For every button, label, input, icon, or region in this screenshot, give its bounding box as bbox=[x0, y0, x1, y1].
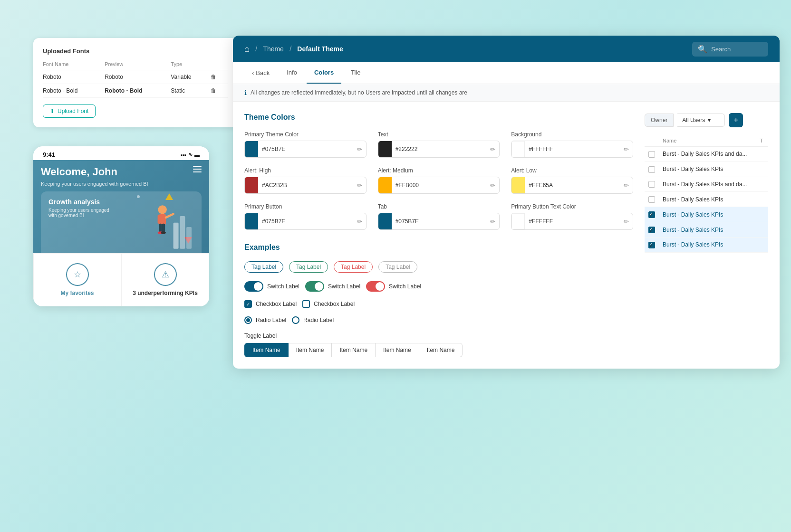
toggle-tab-2[interactable]: Item Name bbox=[289, 343, 332, 357]
edit-alert-high-icon[interactable]: ✏ bbox=[353, 182, 366, 189]
switch-toggle-red[interactable] bbox=[366, 281, 385, 292]
items-list-table: Name T Burst - Daily Sales KPIs and da..… bbox=[645, 135, 768, 253]
color-input-tab[interactable]: ✏ bbox=[378, 213, 500, 230]
colors-content: Theme Colors Primary Theme Color ✏ Text bbox=[233, 102, 780, 369]
hamburger-menu[interactable] bbox=[193, 166, 202, 172]
tag-label-blue[interactable]: Tag Label bbox=[244, 261, 283, 273]
svg-rect-0 bbox=[174, 223, 179, 249]
input-alert-high-color[interactable] bbox=[258, 182, 353, 189]
row-checkbox-5[interactable]: ✓ bbox=[648, 211, 655, 218]
switch-label-1: Switch Label bbox=[267, 283, 299, 290]
radio-selected[interactable] bbox=[244, 316, 252, 324]
home-button[interactable]: ⌂ bbox=[244, 44, 250, 54]
owner-controls: Owner All Users ▾ + bbox=[645, 113, 768, 127]
switch-1: Switch Label bbox=[244, 281, 299, 292]
input-alert-medium-color[interactable] bbox=[392, 182, 487, 189]
tag-label-red[interactable]: Tag Label bbox=[334, 261, 373, 273]
delete-font-roboto[interactable]: 🗑 bbox=[211, 70, 228, 84]
radio-label-1: Radio Label bbox=[256, 317, 286, 323]
tab-tile[interactable]: Tile bbox=[343, 62, 368, 84]
tag-label-gray[interactable]: Tag Label bbox=[378, 261, 417, 273]
favorites-card[interactable]: ☆ My favorites bbox=[33, 253, 121, 306]
toggle-tab-3[interactable]: Item Name bbox=[332, 343, 376, 357]
toggle-tab-1[interactable]: Item Name bbox=[244, 343, 289, 357]
font-row-roboto: Roboto Roboto Variable 🗑 bbox=[43, 70, 228, 84]
color-field-background: Background ✏ bbox=[511, 131, 633, 158]
fonts-card: Uploaded Fonts Font Name Preview Type Ro… bbox=[33, 38, 238, 127]
breadcrumb-current: Default Theme bbox=[297, 45, 343, 53]
swatch-primary bbox=[245, 141, 258, 157]
row-checkbox-3[interactable] bbox=[648, 181, 655, 188]
input-primary-button-text-color[interactable] bbox=[525, 218, 620, 225]
checkbox-unchecked[interactable] bbox=[302, 300, 310, 308]
add-button[interactable]: + bbox=[729, 113, 743, 127]
search-input[interactable] bbox=[711, 46, 759, 53]
color-input-alert-medium[interactable]: ✏ bbox=[378, 177, 500, 194]
color-input-primary-button[interactable]: ✏ bbox=[244, 213, 367, 230]
color-input-primary[interactable]: ✏ bbox=[244, 141, 367, 158]
tab-colors[interactable]: Colors bbox=[307, 62, 341, 84]
svg-rect-6 bbox=[159, 224, 162, 232]
back-button[interactable]: ‹ Back bbox=[244, 63, 277, 83]
checkbox-2-container: Checkbox Label bbox=[302, 300, 355, 308]
color-input-alert-low[interactable]: ✏ bbox=[511, 177, 633, 194]
row-checkbox-4[interactable] bbox=[648, 196, 655, 203]
checkbox-label-2: Checkbox Label bbox=[314, 301, 355, 307]
color-field-primary-button: Primary Button ✏ bbox=[244, 203, 367, 230]
font-name-header: Font Name bbox=[43, 61, 105, 70]
edit-text-icon[interactable]: ✏ bbox=[486, 146, 499, 153]
toggle-tab-5[interactable]: Item Name bbox=[419, 343, 463, 357]
examples-title: Examples bbox=[244, 243, 633, 252]
toggle-tab-4[interactable]: Item Name bbox=[376, 343, 419, 357]
switch-toggle-green[interactable] bbox=[305, 281, 324, 292]
checkbox-checked[interactable] bbox=[244, 300, 252, 308]
edit-primary-icon[interactable]: ✏ bbox=[353, 146, 366, 153]
status-icons: ▪▪▪ ∿ ▬ bbox=[181, 152, 200, 158]
switch-label-3: Switch Label bbox=[389, 283, 421, 290]
color-input-primary-button-text[interactable]: ✏ bbox=[511, 213, 633, 230]
edit-alert-low-icon[interactable]: ✏ bbox=[620, 182, 633, 189]
user-select[interactable]: All Users ▾ bbox=[677, 114, 725, 127]
battery-icon: ▬ bbox=[194, 152, 200, 158]
switch-toggle-blue[interactable] bbox=[244, 281, 263, 292]
color-input-alert-high[interactable]: ✏ bbox=[244, 177, 367, 194]
input-tab-color[interactable] bbox=[392, 218, 487, 225]
theme-colors-title: Theme Colors bbox=[244, 113, 633, 122]
upload-font-button[interactable]: ⬆ Upload Font bbox=[43, 104, 96, 118]
row-checkbox-1[interactable] bbox=[648, 151, 655, 158]
input-alert-low-color[interactable] bbox=[525, 182, 620, 189]
color-field-alert-low: Alert: Low ✏ bbox=[511, 167, 633, 194]
input-background-color[interactable] bbox=[525, 146, 620, 152]
tag-label-green[interactable]: Tag Label bbox=[289, 261, 328, 273]
info-text: All changes are reflected immediately, b… bbox=[251, 89, 467, 96]
tab-info[interactable]: Info bbox=[279, 62, 305, 84]
search-box[interactable]: 🔍 bbox=[692, 42, 768, 57]
edit-alert-medium-icon[interactable]: ✏ bbox=[486, 182, 499, 189]
font-row-roboto-bold: Roboto - Bold Roboto - Bold Static 🗑 bbox=[43, 84, 228, 98]
edit-primary-button-icon[interactable]: ✏ bbox=[353, 218, 366, 225]
left-panel: Uploaded Fonts Font Name Preview Type Ro… bbox=[33, 38, 238, 306]
breadcrumb-separator-1: / bbox=[255, 45, 257, 53]
color-grid: Primary Theme Color ✏ Text ✏ bbox=[244, 131, 633, 230]
kpis-card[interactable]: ⚠ 3 underperforming KPIs bbox=[121, 253, 209, 306]
breadcrumb-theme[interactable]: Theme bbox=[263, 45, 284, 53]
input-primary-button-color[interactable] bbox=[258, 218, 353, 225]
input-primary-color[interactable] bbox=[258, 146, 353, 152]
row-checkbox-2[interactable] bbox=[648, 166, 655, 173]
switch-knob-green bbox=[315, 282, 323, 291]
edit-tab-icon[interactable]: ✏ bbox=[486, 218, 499, 225]
time-display: 9:41 bbox=[43, 151, 55, 158]
color-field-alert-high: Alert: High ✏ bbox=[244, 167, 367, 194]
color-input-background[interactable]: ✏ bbox=[511, 141, 633, 158]
row-checkbox-6[interactable]: ✓ bbox=[648, 227, 655, 233]
input-text-color[interactable] bbox=[392, 146, 487, 152]
edit-primary-button-text-icon[interactable]: ✏ bbox=[620, 218, 633, 225]
edit-background-icon[interactable]: ✏ bbox=[620, 146, 633, 153]
switch-label-2: Switch Label bbox=[328, 283, 360, 290]
toggle-tabs: Item Name Item Name Item Name Item Name … bbox=[244, 343, 633, 357]
list-item: Burst - Daily Sales KPIs and da... bbox=[645, 177, 768, 192]
row-checkbox-7[interactable]: ✓ bbox=[648, 242, 655, 248]
color-input-text[interactable]: ✏ bbox=[378, 141, 500, 158]
delete-font-roboto-bold[interactable]: 🗑 bbox=[211, 84, 228, 98]
radio-unselected[interactable] bbox=[292, 316, 299, 324]
